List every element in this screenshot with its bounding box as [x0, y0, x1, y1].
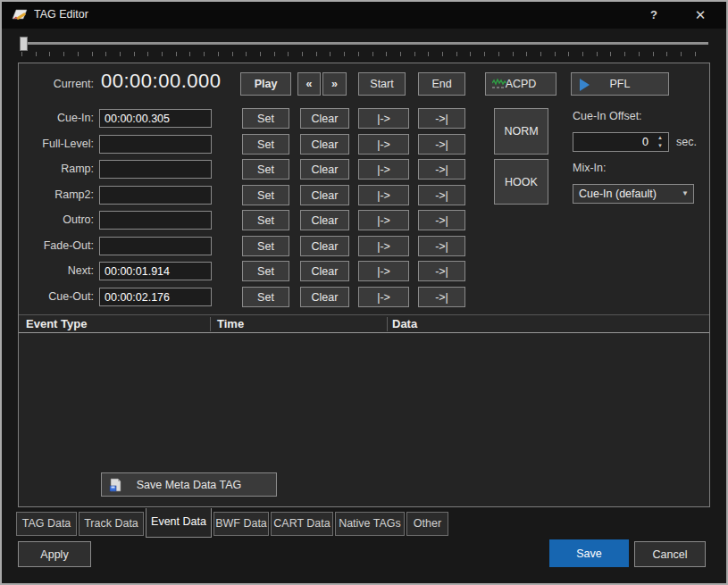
step-back-button[interactable]: « — [297, 72, 321, 96]
window-title: TAG Editor — [34, 8, 88, 21]
cue-in-jump-end-button[interactable]: ->| — [418, 108, 465, 129]
position-slider[interactable] — [2, 34, 726, 61]
ramp2-input[interactable] — [99, 186, 212, 205]
ramp2-clear-button[interactable]: Clear — [300, 185, 349, 205]
cue-in-label: Cue-In: — [21, 109, 94, 128]
cue-out-row: Cue-Out: Set Clear |-> ->| — [19, 288, 709, 308]
full-level-set-button[interactable]: Set — [242, 134, 289, 155]
ramp2-label: Ramp2: — [21, 186, 94, 205]
fade-out-input[interactable] — [99, 237, 212, 255]
cue-out-set-button[interactable]: Set — [242, 287, 289, 307]
outro-label: Outro: — [21, 211, 94, 230]
ramp2-set-button[interactable]: Set — [242, 185, 289, 205]
tab-native-tags[interactable]: Native TAGs — [335, 512, 405, 536]
event-table-header: Event Type Time Data — [19, 314, 709, 333]
cue-in-offset-spinner[interactable]: 0 ▲ ▼ — [573, 132, 669, 152]
next-input[interactable] — [99, 262, 212, 280]
pfl-button[interactable]: PFL — [571, 72, 669, 96]
seconds-unit-label: sec. — [676, 136, 697, 148]
tab-other[interactable]: Other — [406, 512, 448, 536]
next-clear-button[interactable]: Clear — [300, 261, 349, 281]
next-jump-start-button[interactable]: |-> — [358, 261, 409, 281]
pfl-label: PFL — [610, 78, 631, 90]
outro-input[interactable] — [99, 211, 212, 230]
acpd-button[interactable]: ACPD — [485, 72, 556, 96]
cue-in-set-button[interactable]: Set — [242, 108, 289, 129]
end-button[interactable]: End — [418, 72, 465, 96]
column-header-time[interactable]: Time — [217, 315, 244, 333]
cue-in-input[interactable] — [99, 109, 212, 128]
save-button[interactable]: Save — [549, 539, 629, 567]
tab-track-data[interactable]: Track Data — [79, 512, 144, 536]
slider-ticks — [21, 52, 708, 56]
cue-out-label: Cue-Out: — [21, 288, 94, 306]
outro-clear-button[interactable]: Clear — [300, 210, 349, 230]
ramp-input[interactable] — [99, 160, 212, 179]
ramp-label: Ramp: — [21, 160, 94, 179]
next-row: Next: Set Clear |-> ->| — [19, 262, 709, 282]
ramp2-jump-start-button[interactable]: |-> — [358, 185, 409, 205]
event-table-body[interactable] — [19, 334, 709, 470]
full-level-jump-end-button[interactable]: ->| — [418, 134, 465, 155]
full-level-label: Full-Level: — [21, 135, 94, 154]
cue-out-clear-button[interactable]: Clear — [300, 287, 349, 307]
column-divider[interactable] — [210, 317, 211, 331]
norm-button[interactable]: NORM — [494, 108, 548, 155]
spin-down-icon[interactable]: ▼ — [653, 142, 667, 150]
ramp2-jump-end-button[interactable]: ->| — [418, 185, 465, 205]
hook-button[interactable]: HOOK — [494, 159, 548, 205]
spinner-buttons: ▲ ▼ — [653, 134, 667, 150]
ramp-jump-start-button[interactable]: |-> — [358, 159, 409, 180]
spin-up-icon[interactable]: ▲ — [653, 134, 667, 142]
start-button[interactable]: Start — [358, 72, 406, 96]
outro-set-button[interactable]: Set — [242, 210, 289, 230]
cue-in-clear-button[interactable]: Clear — [300, 108, 349, 129]
outro-jump-end-button[interactable]: ->| — [418, 210, 465, 230]
cancel-button[interactable]: Cancel — [634, 541, 706, 567]
tag-editor-app-icon — [12, 7, 29, 25]
fade-out-set-button[interactable]: Set — [242, 236, 289, 256]
next-jump-end-button[interactable]: ->| — [418, 261, 465, 281]
slider-track[interactable] — [20, 42, 708, 45]
next-set-button[interactable]: Set — [242, 261, 289, 281]
fade-out-clear-button[interactable]: Clear — [300, 236, 349, 256]
column-header-event-type[interactable]: Event Type — [26, 315, 87, 333]
help-icon[interactable]: ? — [640, 6, 667, 24]
tab-bwf-data[interactable]: BWF Data — [213, 512, 269, 536]
full-level-clear-button[interactable]: Clear — [300, 134, 349, 155]
tab-tag-data[interactable]: TAG Data — [16, 512, 77, 536]
cue-in-offset-label: Cue-In Offset: — [573, 110, 642, 122]
fade-out-row: Fade-Out: Set Clear |-> ->| — [19, 237, 709, 257]
waveform-icon — [492, 79, 506, 93]
acpd-label: ACPD — [506, 78, 537, 90]
step-forward-button[interactable]: » — [322, 72, 347, 96]
full-level-input[interactable] — [99, 135, 212, 154]
column-header-data[interactable]: Data — [392, 315, 417, 333]
column-divider[interactable] — [387, 317, 388, 331]
cue-in-jump-start-button[interactable]: |-> — [358, 108, 409, 129]
play-button[interactable]: Play — [240, 72, 291, 96]
mix-in-dropdown[interactable]: Cue-In (default) ▼ — [573, 184, 694, 204]
play-triangle-icon — [580, 79, 590, 91]
close-icon[interactable]: ✕ — [687, 6, 714, 24]
ramp-jump-end-button[interactable]: ->| — [418, 159, 465, 180]
current-label: Current: — [21, 78, 94, 90]
fade-out-jump-end-button[interactable]: ->| — [418, 236, 465, 256]
tag-editor-window: TAG Editor ? ✕ Current: 00:00:00.000 Pla… — [0, 0, 728, 585]
save-meta-data-tag-button[interactable]: Save Meta Data TAG — [101, 472, 277, 497]
ramp-clear-button[interactable]: Clear — [300, 159, 349, 180]
apply-button[interactable]: Apply — [18, 541, 91, 567]
slider-thumb[interactable] — [20, 37, 28, 51]
tab-cart-data[interactable]: CART Data — [271, 512, 333, 536]
full-level-jump-start-button[interactable]: |-> — [358, 134, 409, 155]
ramp-set-button[interactable]: Set — [242, 159, 289, 180]
cue-out-jump-start-button[interactable]: |-> — [358, 287, 409, 307]
cue-out-jump-end-button[interactable]: ->| — [418, 287, 465, 307]
current-time-value: 00:00:00.000 — [101, 70, 221, 93]
mix-in-label: Mix-In: — [573, 162, 607, 174]
cue-out-input[interactable] — [99, 288, 212, 306]
fade-out-jump-start-button[interactable]: |-> — [358, 236, 409, 256]
outro-jump-start-button[interactable]: |-> — [358, 210, 409, 230]
save-meta-data-tag-label: Save Meta Data TAG — [137, 479, 242, 491]
tab-event-data[interactable]: Event Data — [146, 508, 212, 538]
